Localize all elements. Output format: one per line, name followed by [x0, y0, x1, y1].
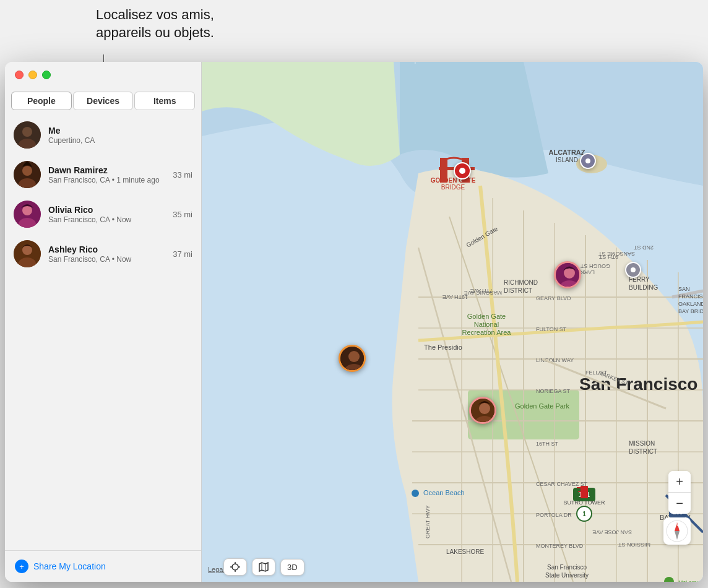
person-name: Ashley Rico [48, 244, 165, 254]
svg-text:MONTEREY BLVD: MONTEREY BLVD [536, 543, 584, 549]
svg-point-107 [479, 403, 490, 414]
person-info: Olivia Rico San Francisco, CA • Now [48, 205, 165, 224]
svg-text:DISTRICT: DISTRICT [629, 448, 657, 455]
person-location: San Francisco, CA • Now [48, 255, 165, 264]
list-item[interactable]: Me Cupertino, CA [5, 115, 201, 155]
person-distance: 33 mi [173, 170, 192, 179]
3d-button[interactable]: 3D [280, 559, 304, 576]
alcatraz-pin [580, 153, 596, 169]
avatar [14, 121, 41, 149]
tooltip-line1: Localisez vos amis, [96, 6, 214, 24]
svg-point-1 [22, 127, 32, 137]
svg-text:PORTOLA DR: PORTOLA DR [536, 512, 572, 518]
svg-text:MISSION: MISSION [629, 440, 655, 447]
map-pin-olivia[interactable] [554, 261, 581, 288]
person-info: Ashley Rico San Francisco, CA • Now [48, 244, 165, 264]
tab-devices[interactable]: Devices [73, 92, 134, 110]
map-bottom-bar: 3D [223, 558, 304, 576]
avatar [14, 161, 41, 188]
svg-text:GEARY BLVD: GEARY BLVD [536, 295, 571, 301]
3d-label: 3D [287, 563, 298, 572]
zoom-in-button[interactable]: + [668, 471, 691, 492]
traffic-lights [15, 71, 51, 79]
share-location-icon: + [15, 560, 28, 573]
svg-text:SAN JOSE AVE: SAN JOSE AVE [592, 529, 632, 535]
ferry-pin [625, 262, 641, 278]
svg-text:The Presidio: The Presidio [424, 344, 462, 351]
minimize-button[interactable] [28, 71, 37, 79]
svg-text:FELL ST: FELL ST [585, 370, 608, 376]
share-location-label: Share My Location [33, 561, 106, 571]
svg-text:2ND ST: 2ND ST [633, 244, 654, 251]
svg-text:CESAR CHAVEZ ST: CESAR CHAVEZ ST [536, 481, 588, 487]
person-distance: 35 mi [173, 210, 192, 219]
svg-point-109 [232, 564, 238, 570]
svg-text:SAN: SAN [678, 286, 690, 292]
map-pin-ashley[interactable] [469, 397, 496, 424]
tab-items[interactable]: Items [134, 92, 195, 110]
person-location: San Francisco, CA • Now [48, 215, 165, 224]
svg-text:19TH AVE: 19TH AVE [442, 294, 468, 300]
svg-point-77 [412, 490, 419, 497]
map-type-button[interactable] [252, 558, 275, 576]
map-pin-dawn[interactable] [339, 345, 366, 372]
person-distance: 37 mi [173, 249, 192, 259]
legal-link[interactable]: Legal [208, 566, 225, 573]
tab-people[interactable]: People [11, 92, 72, 110]
map-area: ALCATRAZ ISLAND GOLDEN GATE BRIDGE San F… [202, 62, 703, 582]
compass-widget[interactable]: N [663, 517, 691, 545]
svg-text:GREAT HWY: GREAT HWY [425, 505, 431, 538]
list-item[interactable]: Olivia Rico San Francisco, CA • Now 35 m… [5, 194, 201, 234]
svg-text:DISTRICT: DISTRICT [504, 287, 532, 294]
person-location: San Francisco, CA • 1 minute ago [48, 176, 165, 184]
people-list: Me Cupertino, CA Dawn Ramirez San Fran [5, 110, 201, 550]
person-info: Dawn Ramirez San Francisco, CA • 1 minut… [48, 165, 165, 184]
tabs-bar: People Devices Items [5, 62, 201, 110]
tooltip: Localisez vos amis, appareils ou objets. [96, 6, 214, 41]
share-location[interactable]: + Share My Location [5, 550, 201, 582]
person-location: Cupertino, CA [48, 136, 192, 145]
list-item[interactable]: Dawn Ramirez San Francisco, CA • 1 minut… [5, 155, 201, 194]
svg-text:BRIDGE: BRIDGE [441, 184, 465, 191]
svg-text:State University: State University [545, 572, 589, 579]
svg-text:i: i [415, 62, 416, 65]
close-button[interactable] [15, 71, 24, 79]
person-info: Me Cupertino, CA [48, 126, 192, 145]
avatar [14, 240, 41, 267]
svg-text:FRANCISCO-: FRANCISCO- [678, 293, 703, 300]
list-item[interactable]: Ashley Rico San Francisco, CA • Now 37 m… [5, 234, 201, 274]
maximize-button[interactable] [42, 71, 51, 79]
person-name: Olivia Rico [48, 205, 165, 215]
location-button[interactable] [223, 558, 247, 576]
svg-text:9TH ST: 9TH ST [598, 254, 618, 260]
svg-text:Golden Gate: Golden Gate [467, 313, 506, 320]
tooltip-line2: appareils ou objets. [96, 24, 214, 42]
svg-text:BAY BRIDGE: BAY BRIDGE [678, 308, 703, 314]
svg-text:SUTRO TOWER: SUTRO TOWER [563, 499, 605, 506]
svg-text:16TH ST: 16TH ST [536, 441, 559, 447]
svg-point-7 [22, 205, 32, 215]
svg-text:7TH AVE: 7TH AVE [470, 288, 493, 294]
svg-text:San Francisco: San Francisco [547, 564, 587, 571]
sidebar: People Devices Items [5, 62, 202, 582]
svg-text:OAKLAND: OAKLAND [678, 301, 703, 307]
svg-text:Recreation Area: Recreation Area [462, 329, 512, 336]
app-window: People Devices Items [5, 62, 703, 582]
person-name: Dawn Ramirez [48, 165, 165, 175]
svg-point-4 [22, 166, 32, 176]
svg-text:LINCOLN WAY: LINCOLN WAY [536, 357, 574, 363]
svg-text:National: National [474, 321, 499, 328]
svg-text:1: 1 [582, 511, 586, 517]
svg-text:GOUGH ST: GOUGH ST [580, 263, 610, 269]
svg-text:Golden Gate Park: Golden Gate Park [515, 402, 570, 410]
map-svg: ALCATRAZ ISLAND GOLDEN GATE BRIDGE San F… [202, 62, 703, 582]
svg-text:Ocean Beach: Ocean Beach [423, 489, 465, 496]
svg-text:MISSION ST: MISSION ST [618, 542, 650, 548]
zoom-out-button[interactable]: − [668, 493, 691, 514]
svg-text:RICHMOND: RICHMOND [504, 279, 538, 286]
svg-text:ISLAND: ISLAND [556, 157, 578, 163]
golden-gate-pin [454, 162, 471, 179]
zoom-controls: + − [668, 471, 691, 514]
avatar [14, 201, 41, 228]
svg-text:LAKESHORE: LAKESHORE [446, 548, 484, 555]
